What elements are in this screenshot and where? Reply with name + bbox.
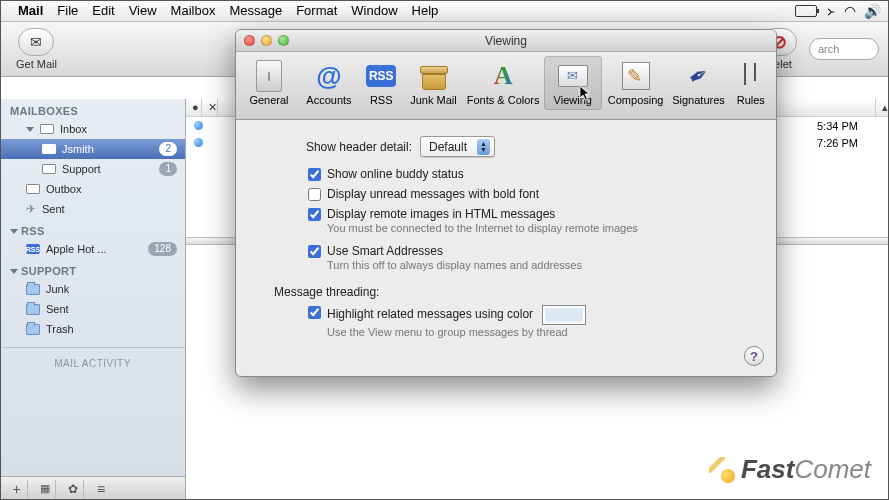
sidebar-inbox[interactable]: Inbox <box>0 119 185 139</box>
folder-label: Trash <box>46 323 74 335</box>
unread-badge: 1 <box>159 162 177 176</box>
pref-tab-composing[interactable]: Composing <box>604 56 668 110</box>
get-mail-button[interactable]: ✉ Get Mail <box>10 28 63 70</box>
pref-tab-signatures[interactable]: ✒ Signatures <box>670 56 728 110</box>
show-hide-button[interactable]: ▦ <box>34 480 56 498</box>
pref-tab-junkmail[interactable]: Junk Mail <box>404 56 462 110</box>
unread-dot-icon <box>194 138 203 147</box>
mailboxes-heading: MAILBOXES <box>0 99 185 119</box>
disclosure-icon <box>10 229 18 234</box>
checkbox[interactable] <box>308 168 321 181</box>
resize-handle[interactable]: ≡ <box>90 480 112 498</box>
pref-tab-rules[interactable]: Rules <box>730 56 773 110</box>
folder-label: Junk <box>46 283 69 295</box>
sidebar-rss-item[interactable]: RSS Apple Hot ... 128 <box>0 239 185 259</box>
opt-remote-images[interactable]: Display remote images in HTML messages Y… <box>308 207 752 234</box>
wifi-icon[interactable]: ◠ <box>844 3 854 19</box>
bluetooth-icon[interactable]: ᚛ <box>827 3 834 19</box>
composing-icon <box>622 62 650 90</box>
menu-message[interactable]: Message <box>229 3 282 18</box>
sort-indicator[interactable]: ▴ <box>876 99 889 116</box>
pref-tab-fonts[interactable]: A Fonts & Colors <box>464 56 541 110</box>
unread-badge: 128 <box>148 242 177 256</box>
rss-icon: RSS <box>26 244 40 254</box>
folder-icon <box>26 324 40 335</box>
disclosure-icon <box>10 269 18 274</box>
menu-file[interactable]: File <box>57 3 78 18</box>
checkbox[interactable] <box>308 208 321 221</box>
rss-heading[interactable]: RSS <box>0 219 185 239</box>
menu-edit[interactable]: Edit <box>92 3 114 18</box>
sidebar-inbox-support[interactable]: Support 1 <box>0 159 185 179</box>
opt-bold-unread[interactable]: Display unread messages with bold font <box>308 187 752 201</box>
header-detail-select[interactable]: Default ▲▼ <box>420 136 495 157</box>
viewing-icon <box>558 65 588 87</box>
folder-icon <box>26 304 40 315</box>
support-heading[interactable]: SUPPORT <box>0 259 185 279</box>
opt-buddy-status[interactable]: Show online buddy status <box>308 167 752 181</box>
watermark: FastComet <box>709 454 871 485</box>
search-placeholder: arch <box>818 43 839 55</box>
sent-icon: ✈ <box>26 202 36 216</box>
menu-view[interactable]: View <box>129 3 157 18</box>
inbox-label: Inbox <box>60 123 87 135</box>
search-input[interactable]: arch <box>809 38 879 60</box>
preferences-title: Viewing <box>236 34 776 48</box>
sidebar-inbox-jsmith[interactable]: Jsmith 2 <box>0 139 185 159</box>
preferences-window: Viewing General @ Accounts RSS RSS Junk … <box>235 29 777 377</box>
pref-tab-general[interactable]: General <box>240 56 298 110</box>
opt-remote-subtext: You must be connected to the Internet to… <box>327 222 638 234</box>
pref-tab-accounts[interactable]: @ Accounts <box>300 56 358 110</box>
sidebar-sent[interactable]: ✈ Sent <box>0 199 185 219</box>
signature-icon: ✒ <box>683 59 714 93</box>
checkbox[interactable] <box>308 188 321 201</box>
outbox-label: Outbox <box>46 183 81 195</box>
checkbox[interactable] <box>308 306 321 319</box>
sidebar-support-trash[interactable]: Trash <box>0 319 185 339</box>
menu-mailbox[interactable]: Mailbox <box>171 3 216 18</box>
sidebar-outbox[interactable]: Outbox <box>0 179 185 199</box>
mailbox-label: Jsmith <box>62 143 94 155</box>
message-time: 7:26 PM <box>817 137 883 149</box>
cursor-icon <box>580 86 592 102</box>
opt-highlight-threads[interactable]: Highlight related messages using color U… <box>308 305 752 338</box>
highlight-color-swatch[interactable] <box>542 305 586 325</box>
rules-icon <box>738 63 764 89</box>
preferences-body: Show header detail: Default ▲▼ Show onli… <box>236 120 776 354</box>
flag-column[interactable]: ✕ <box>202 99 218 116</box>
unread-dot-icon <box>194 121 203 130</box>
opt-smart-addresses[interactable]: Use Smart Addresses Turn this off to alw… <box>308 244 752 271</box>
sidebar-footer: + ▦ ✿ ≡ <box>0 476 185 500</box>
battery-icon[interactable] <box>795 5 817 17</box>
sidebar-support-junk[interactable]: Junk <box>0 279 185 299</box>
menu-format[interactable]: Format <box>296 3 337 18</box>
checkbox[interactable] <box>308 245 321 258</box>
volume-icon[interactable]: 🔊 <box>864 3 881 19</box>
header-detail-label: Show header detail: <box>260 140 420 154</box>
pref-tab-rss[interactable]: RSS RSS <box>360 56 403 110</box>
add-button[interactable]: + <box>6 480 28 498</box>
help-button[interactable]: ? <box>744 346 764 366</box>
menu-help[interactable]: Help <box>412 3 439 18</box>
pref-tab-viewing[interactable]: Viewing <box>544 56 602 110</box>
menu-window[interactable]: Window <box>351 3 397 18</box>
preferences-toolbar: General @ Accounts RSS RSS Junk Mail A F… <box>236 52 776 120</box>
folder-label: Sent <box>46 303 69 315</box>
unread-badge: 2 <box>159 142 177 156</box>
status-column[interactable]: ● <box>186 99 202 116</box>
sent-label: Sent <box>42 203 65 215</box>
app-menu[interactable]: Mail <box>18 3 43 18</box>
mailbox-label: Support <box>62 163 101 175</box>
preferences-titlebar[interactable]: Viewing <box>236 30 776 52</box>
comet-icon <box>709 457 735 483</box>
system-menubar: Mail File Edit View Mailbox Message Form… <box>0 0 889 22</box>
mailbox-icon <box>42 164 56 174</box>
disclosure-icon <box>26 127 34 132</box>
rss-icon: RSS <box>366 65 396 87</box>
inbox-icon <box>40 124 54 134</box>
general-icon <box>256 60 282 92</box>
opt-highlight-subtext: Use the View menu to group messages by t… <box>327 326 586 338</box>
action-menu-button[interactable]: ✿ <box>62 480 84 498</box>
select-value: Default <box>429 140 467 154</box>
sidebar-support-sent[interactable]: Sent <box>0 299 185 319</box>
